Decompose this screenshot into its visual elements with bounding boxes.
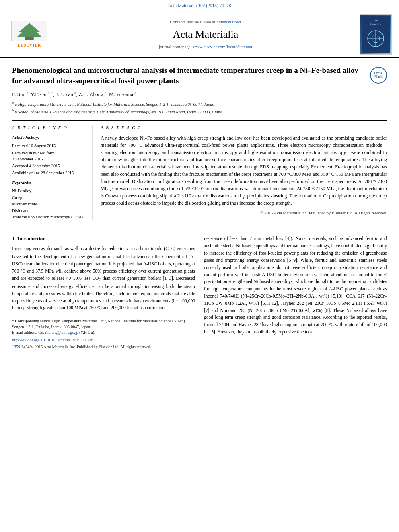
keyword-4: Dislocation (12, 207, 86, 214)
journal-homepage-line: journal homepage: www.elsevier.com/locat… (56, 44, 356, 50)
article-container: Phenomenological and microstructural ana… (0, 58, 399, 225)
journal-citation-text: Acta Materialia 102 (2016) 70–78 (168, 3, 231, 8)
intro-left-text: Increasing energy demands as well as a d… (12, 245, 195, 312)
article-info-abstract-section: A R T I C L E I N F O Article history: R… (12, 120, 387, 220)
footnote-section: * Corresponding author. High Temperature… (12, 316, 195, 335)
elsevier-graphic (11, 21, 47, 41)
copyright-line: © 2015 Acta Materialia Inc. Published by… (101, 210, 387, 216)
abstract-text: A newly developed Ni–Fe-based alloy with… (101, 134, 387, 207)
keyword-5: Transmission electron microscopy (TEM) (12, 214, 86, 220)
affiliation-a: a a High Temperature Materials Unit, Nat… (12, 101, 387, 107)
article-info-header: A R T I C L E I N F O (12, 125, 86, 131)
svg-rect-2 (25, 37, 34, 40)
keywords-label: Keywords: (12, 180, 86, 186)
journal-cover-image: Acta Materialia (360, 14, 392, 55)
sciencedirect-link[interactable]: ScienceDirect (216, 19, 241, 24)
journal-citation-bar: Acta Materialia 102 (2016) 70–78 (0, 0, 399, 11)
crossmark-badge[interactable]: Cross- Mark (370, 67, 387, 84)
body-two-columns: 1. Introduction Increasing energy demand… (12, 235, 387, 350)
accepted-date: Accepted 4 September 2015 (12, 163, 86, 169)
body-left-column: 1. Introduction Increasing energy demand… (12, 235, 195, 350)
elsevier-logo-block: ELSEVIER (7, 21, 51, 49)
journal-title: Acta Materialia (56, 27, 356, 42)
journal-center-info: Contents lists available at ScienceDirec… (51, 19, 360, 50)
intro-section-title: 1. Introduction (12, 235, 195, 243)
issn-line: 1359-6454/© 2015 Acta Materialia Inc. Pu… (12, 344, 195, 350)
received-revised-date: Received in revised form3 September 2015 (12, 150, 86, 162)
author-email-link[interactable]: Gu.Yuefeng@nims.go.jp (38, 330, 78, 335)
affiliation-b: b b School of Materials Science and Engi… (12, 108, 387, 115)
received-date: Received 10 August 2015 (12, 143, 86, 149)
abstract-header: A B S T R A C T (101, 125, 387, 131)
contents-available-line: Contents lists available at ScienceDirec… (56, 19, 356, 25)
email-footnote: E-mail address: Gu.Yuefeng@nims.go.jp (Y… (12, 330, 195, 335)
article-body: 1. Introduction Increasing energy demand… (0, 231, 399, 350)
svg-text:Acta: Acta (373, 19, 378, 22)
abstract-column: A B S T R A C T A newly developed Ni–Fe-… (101, 125, 387, 220)
keyword-1: Ni-Fe alloy (12, 188, 86, 194)
available-date: Available online 28 September 2015 (12, 170, 86, 176)
article-history-label: Article history: (12, 134, 86, 141)
body-right-column: resistance of less than 2 mm metal loss … (204, 235, 387, 350)
doi-line[interactable]: http://dx.doi.org/10.1016/j.actamat.2015… (12, 337, 195, 343)
keyword-3: Microstructure (12, 201, 86, 207)
authors-line: F. Sun a, Y.F. Gu a, *, J.B. Yan a, Z.H.… (12, 90, 387, 99)
article-info-column: A R T I C L E I N F O Article history: R… (12, 125, 93, 220)
corresponding-author-footnote: * Corresponding author. High Temperature… (12, 318, 195, 330)
article-title: Phenomenological and microstructural ana… (12, 65, 370, 86)
keyword-2: Creep (12, 195, 86, 201)
journal-homepage-link[interactable]: www.elsevier.com/locate/actamat (193, 44, 253, 49)
elsevier-wordmark: ELSEVIER (18, 43, 41, 49)
article-title-section: Phenomenological and microstructural ana… (12, 65, 387, 86)
intro-right-text: resistance of less than 2 mm metal loss … (204, 235, 387, 335)
journal-header: ELSEVIER Contents lists available at Sci… (0, 11, 399, 58)
svg-text:Materialia: Materialia (370, 23, 382, 26)
